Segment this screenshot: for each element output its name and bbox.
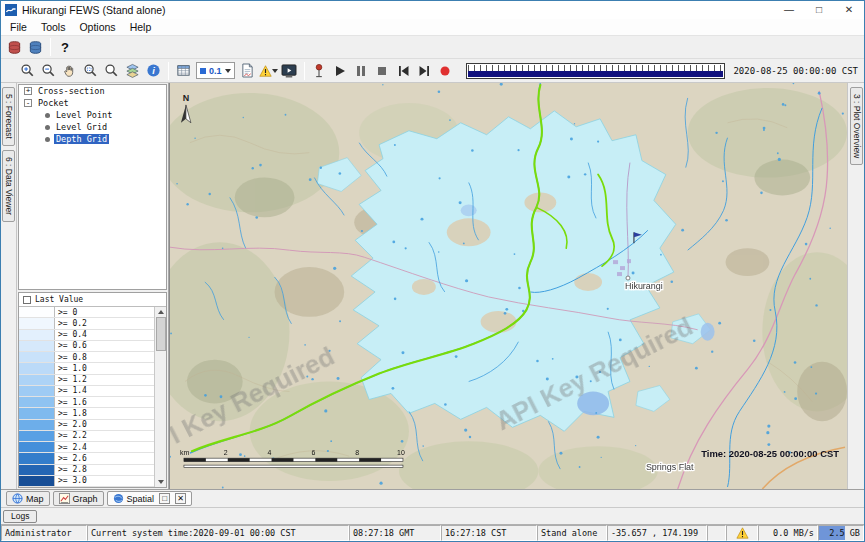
animation-display-button[interactable] bbox=[279, 61, 300, 81]
legend-swatch bbox=[19, 375, 55, 385]
menu-help[interactable]: Help bbox=[123, 19, 159, 35]
svg-text:8: 8 bbox=[355, 449, 359, 456]
main-toolbar: ? bbox=[1, 36, 864, 59]
tree-item-level-point[interactable]: Level Point bbox=[54, 110, 114, 120]
legend-row: >= 3.0 bbox=[19, 476, 154, 487]
close-panel-button[interactable]: ✕ bbox=[175, 493, 186, 504]
legend-swatch bbox=[19, 307, 55, 317]
map-view[interactable]: API Key Required API Key Required Hikura… bbox=[169, 83, 847, 489]
zoom-rectangle-icon bbox=[83, 63, 98, 78]
minimize-button[interactable]: — bbox=[774, 1, 804, 19]
close-button[interactable]: ✕ bbox=[834, 1, 864, 19]
legend-label: >= 0.6 bbox=[55, 341, 87, 351]
menu-file[interactable]: File bbox=[3, 19, 34, 35]
status-local-time: 16:27:18 CST bbox=[441, 525, 537, 541]
status-memory[interactable]: 2.5 GB bbox=[818, 525, 864, 541]
scroll-down-icon[interactable] bbox=[158, 480, 164, 484]
tree-item-level-grid[interactable]: Level Grid bbox=[54, 122, 109, 132]
last-value-checkbox[interactable] bbox=[23, 296, 31, 304]
layer-node-icon bbox=[45, 125, 50, 130]
tab-graph[interactable]: Graph bbox=[53, 491, 104, 506]
chevron-down-icon bbox=[225, 69, 231, 73]
logs-button[interactable]: Logs bbox=[3, 510, 37, 523]
tree-row[interactable]: - Pocket bbox=[19, 97, 166, 109]
scrollbar-thumb[interactable] bbox=[156, 317, 166, 351]
tab-map[interactable]: Map bbox=[6, 491, 50, 506]
legend-row: >= 2.8 bbox=[19, 465, 154, 476]
data-viewer-panel: + Cross-section - Pocket Level Point Lev… bbox=[17, 83, 169, 489]
status-network-rate: 0.0 MB/s bbox=[758, 525, 818, 541]
legend-row: >= 0.4 bbox=[19, 330, 154, 341]
menu-bar: File Tools Options Help bbox=[1, 19, 864, 36]
record-button[interactable] bbox=[435, 61, 456, 81]
tree-row[interactable]: Level Grid bbox=[19, 121, 166, 133]
restore-panel-button[interactable]: □ bbox=[159, 493, 170, 504]
stop-button[interactable] bbox=[372, 61, 393, 81]
help-button[interactable]: ? bbox=[55, 40, 75, 55]
spatial-globe-icon bbox=[113, 493, 124, 504]
tree-row[interactable]: + Cross-section bbox=[19, 85, 166, 97]
svg-text:i: i bbox=[152, 66, 155, 76]
svg-text:N: N bbox=[183, 93, 189, 103]
tree-row[interactable]: Depth Grid bbox=[19, 133, 166, 145]
layer-node-icon bbox=[45, 113, 50, 118]
legend-scrollbar[interactable] bbox=[154, 307, 166, 487]
zoom-extent-button[interactable] bbox=[101, 61, 122, 81]
tab-forecast[interactable]: 5 : Forecast bbox=[2, 87, 15, 146]
zoom-rectangle-button[interactable] bbox=[80, 61, 101, 81]
info-button[interactable]: i bbox=[143, 61, 164, 81]
skip-to-start-button[interactable] bbox=[393, 61, 414, 81]
tree-item-pocket[interactable]: Pocket bbox=[36, 98, 71, 108]
grid-table-button[interactable] bbox=[173, 61, 194, 81]
skip-to-end-button[interactable] bbox=[414, 61, 435, 81]
forecast-database-button[interactable] bbox=[4, 37, 25, 57]
map-canvas[interactable]: API Key Required API Key Required Hikura… bbox=[170, 83, 847, 489]
grid-resolution-select[interactable]: 0.1 bbox=[196, 62, 235, 79]
set-time-marker-button[interactable] bbox=[309, 61, 330, 81]
legend-row: >= 1.6 bbox=[19, 397, 154, 408]
legend-row: >= 0 bbox=[19, 307, 154, 318]
layer-node-icon bbox=[45, 137, 50, 142]
collapse-icon[interactable]: - bbox=[24, 99, 32, 107]
pan-button[interactable] bbox=[59, 61, 80, 81]
layers-button[interactable] bbox=[122, 61, 143, 81]
zoom-out-button[interactable] bbox=[38, 61, 59, 81]
report-button[interactable] bbox=[237, 61, 258, 81]
legend-swatch bbox=[19, 341, 55, 351]
legend-label: >= 2.8 bbox=[55, 465, 87, 475]
tree-item-depth-grid[interactable]: Depth Grid bbox=[54, 134, 109, 144]
time-slider[interactable] bbox=[466, 63, 726, 79]
legend-swatch bbox=[19, 397, 55, 407]
legend-label: >= 2.6 bbox=[55, 453, 87, 463]
maximize-button[interactable]: □ bbox=[804, 1, 834, 19]
chevron-down-icon bbox=[272, 69, 278, 73]
tab-map-label: Map bbox=[26, 494, 44, 504]
status-spacer bbox=[707, 525, 726, 541]
title-bar[interactable]: Hikurangi FEWS (Stand alone) — □ ✕ bbox=[1, 1, 864, 19]
warning-icon bbox=[259, 64, 272, 78]
pause-button[interactable] bbox=[351, 61, 372, 81]
svg-text:10: 10 bbox=[397, 449, 405, 456]
local-database-button[interactable] bbox=[25, 37, 46, 57]
tab-data-viewer[interactable]: 6 : Data Viewer bbox=[2, 150, 15, 222]
tree-item-cross-section[interactable]: Cross-section bbox=[36, 86, 107, 96]
toolbar-separator bbox=[168, 62, 169, 80]
tab-spatial[interactable]: Spatial □ ✕ bbox=[107, 491, 193, 506]
tab-plot-overview[interactable]: 3 : Plot Overview bbox=[850, 87, 863, 165]
legend-swatch bbox=[19, 476, 55, 486]
legend-row: >= 1.4 bbox=[19, 386, 154, 397]
layer-tree[interactable]: + Cross-section - Pocket Level Point Lev… bbox=[18, 84, 167, 290]
status-warning[interactable] bbox=[726, 525, 758, 541]
expand-icon[interactable]: + bbox=[24, 87, 32, 95]
tree-row[interactable]: Level Point bbox=[19, 109, 166, 121]
zoom-in-icon bbox=[20, 63, 35, 78]
legend-row: >= 0.6 bbox=[19, 341, 154, 352]
menu-options[interactable]: Options bbox=[72, 19, 122, 35]
menu-tools[interactable]: Tools bbox=[34, 19, 73, 35]
zoom-in-button[interactable] bbox=[17, 61, 38, 81]
legend-swatch bbox=[19, 386, 55, 396]
play-button[interactable] bbox=[330, 61, 351, 81]
scroll-up-icon[interactable] bbox=[158, 310, 164, 314]
legend-swatch bbox=[19, 420, 55, 430]
warnings-button[interactable] bbox=[258, 61, 279, 81]
